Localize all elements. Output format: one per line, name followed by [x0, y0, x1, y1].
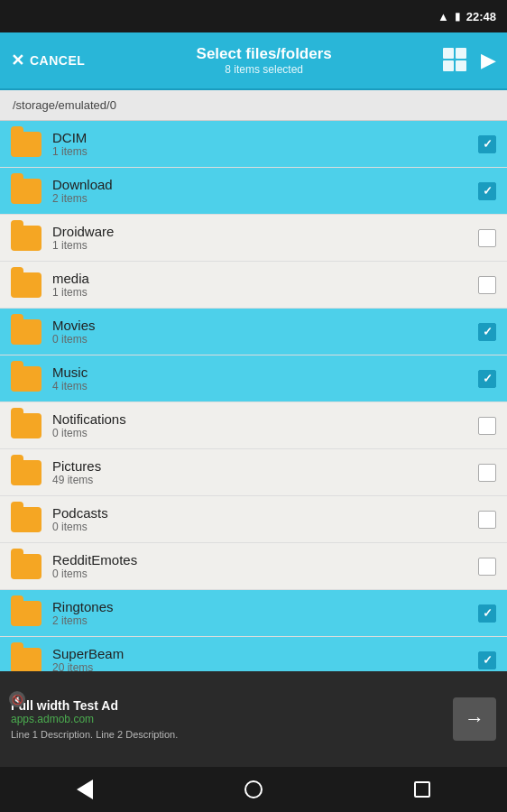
- battery-icon: ▮: [455, 10, 461, 23]
- cancel-label: CANCEL: [30, 53, 85, 68]
- send-button[interactable]: ▶: [481, 49, 496, 72]
- folder-icon: [11, 272, 41, 298]
- item-checkbox[interactable]: [478, 417, 496, 435]
- folder-icon: [11, 554, 41, 579]
- item-name: Notifications: [52, 411, 478, 427]
- list-item[interactable]: Notifications0 items: [0, 402, 507, 449]
- folder-icon: [11, 179, 41, 204]
- item-checkbox[interactable]: [478, 229, 496, 247]
- folder-icon: [11, 366, 41, 392]
- item-checkbox[interactable]: [478, 276, 496, 294]
- arrow-right-icon: →: [465, 707, 484, 731]
- item-name: RedditEmotes: [52, 552, 478, 567]
- list-item[interactable]: RedditEmotes0 items: [0, 543, 507, 590]
- folder-icon: [11, 319, 41, 345]
- back-button[interactable]: [58, 771, 112, 807]
- item-meta: 1 items: [52, 239, 478, 252]
- item-meta: 4 items: [52, 380, 478, 392]
- folder-icon: [11, 226, 41, 251]
- item-info: Podcasts0 items: [52, 505, 478, 533]
- status-bar: ▲ ▮ 22:48: [0, 0, 507, 32]
- item-checkbox[interactable]: [478, 135, 496, 153]
- item-name: Movies: [52, 318, 478, 333]
- item-name: Ringtones: [52, 599, 478, 614]
- toolbar-title: Select files/folders: [85, 45, 443, 63]
- item-checkbox[interactable]: [478, 558, 496, 576]
- toolbar-actions: ▶: [443, 48, 496, 73]
- list-item[interactable]: Ringtones2 items: [0, 590, 507, 637]
- ad-content: Full width Test Ad apps.admob.com Line 1…: [11, 698, 442, 740]
- item-info: Movies0 items: [52, 318, 478, 346]
- status-time: 22:48: [466, 10, 496, 23]
- recents-button[interactable]: [395, 771, 449, 807]
- list-item[interactable]: Podcasts0 items: [0, 496, 507, 543]
- folder-icon: [11, 601, 41, 626]
- list-item[interactable]: media1 items: [0, 262, 507, 309]
- list-item[interactable]: Music4 items: [0, 355, 507, 402]
- item-meta: 0 items: [52, 427, 478, 439]
- item-meta: 1 items: [52, 145, 478, 158]
- item-checkbox[interactable]: [478, 511, 496, 529]
- folder-icon: [11, 460, 41, 485]
- item-meta: 49 items: [52, 474, 478, 486]
- item-name: media: [52, 271, 478, 286]
- item-name: Pictures: [52, 458, 478, 474]
- item-name: SuperBeam: [52, 646, 478, 661]
- ad-url: apps.admob.com: [11, 713, 442, 725]
- item-info: Ringtones2 items: [52, 599, 478, 627]
- item-info: Notifications0 items: [52, 411, 478, 439]
- list-item[interactable]: DCIM1 items: [0, 121, 507, 168]
- home-button[interactable]: [226, 771, 281, 807]
- volume-icon: 🔇: [9, 691, 25, 707]
- item-meta: 0 items: [52, 333, 478, 346]
- ad-description: Line 1 Description. Line 2 Description.: [11, 729, 442, 740]
- list-item[interactable]: Movies0 items: [0, 309, 507, 355]
- list-item[interactable]: Download2 items: [0, 168, 507, 215]
- list-item[interactable]: Pictures49 items: [0, 449, 507, 496]
- item-name: Download: [52, 177, 478, 192]
- item-meta: 2 items: [52, 614, 478, 627]
- ad-banner: Full width Test Ad apps.admob.com Line 1…: [0, 671, 507, 767]
- list-item[interactable]: Droidware1 items: [0, 215, 507, 262]
- toolbar: ✕ CANCEL Select files/folders 8 items se…: [0, 32, 507, 90]
- wifi-icon: ▲: [438, 10, 449, 23]
- item-info: Droidware1 items: [52, 224, 478, 252]
- item-info: Pictures49 items: [52, 458, 478, 486]
- item-checkbox[interactable]: [478, 464, 496, 482]
- item-checkbox[interactable]: [478, 651, 496, 669]
- item-info: SuperBeam20 items: [52, 646, 478, 671]
- back-icon: [77, 780, 93, 799]
- item-meta: 2 items: [52, 192, 478, 205]
- item-name: Music: [52, 364, 478, 380]
- grid-view-button[interactable]: [443, 48, 468, 73]
- item-checkbox[interactable]: [478, 182, 496, 200]
- nav-bar: [0, 767, 507, 812]
- item-meta: 20 items: [52, 661, 478, 671]
- folder-icon: [11, 507, 41, 532]
- list-item[interactable]: SuperBeam20 items: [0, 637, 507, 671]
- folder-icon: [11, 132, 41, 157]
- item-info: Download2 items: [52, 177, 478, 205]
- item-meta: 0 items: [52, 567, 478, 580]
- item-checkbox[interactable]: [478, 323, 496, 341]
- ad-arrow-button[interactable]: →: [453, 697, 496, 741]
- item-meta: 0 items: [52, 521, 478, 533]
- item-name: Podcasts: [52, 505, 478, 521]
- recents-icon: [414, 781, 430, 798]
- close-icon: ✕: [11, 51, 24, 70]
- item-checkbox[interactable]: [478, 604, 496, 623]
- folder-icon: [11, 648, 41, 672]
- breadcrumb-path: /storage/emulated/0: [13, 98, 116, 112]
- item-checkbox[interactable]: [478, 370, 496, 388]
- item-info: DCIM1 items: [52, 130, 478, 158]
- folder-icon: [11, 413, 41, 438]
- item-name: DCIM: [52, 130, 478, 145]
- item-meta: 1 items: [52, 286, 478, 299]
- item-name: Droidware: [52, 224, 478, 239]
- cancel-button[interactable]: ✕ CANCEL: [11, 51, 85, 70]
- toolbar-title-area: Select files/folders 8 items selected: [85, 45, 443, 76]
- item-info: RedditEmotes0 items: [52, 552, 478, 580]
- ad-title: Full width Test Ad: [11, 698, 442, 713]
- item-info: media1 items: [52, 271, 478, 299]
- toolbar-subtitle: 8 items selected: [85, 63, 443, 76]
